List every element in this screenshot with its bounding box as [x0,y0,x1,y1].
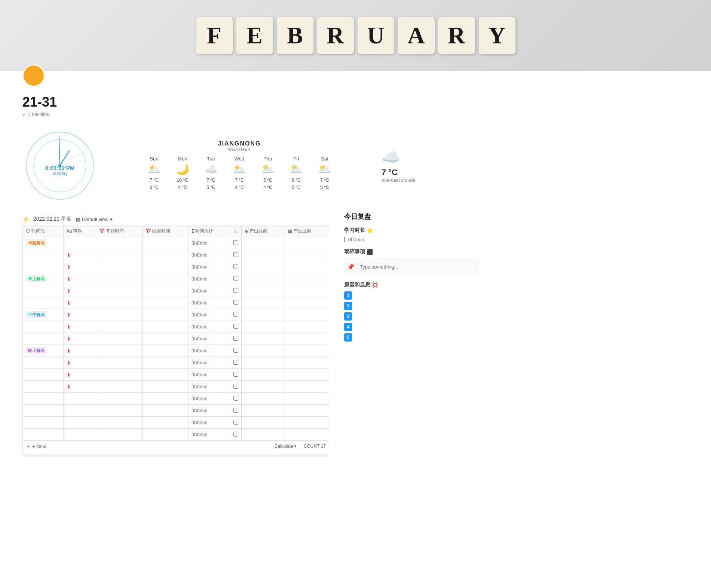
end-cell[interactable] [142,321,189,333]
end-cell[interactable] [142,417,189,429]
event-cell[interactable]: ⬇ [63,345,96,357]
event-cell[interactable] [63,405,96,417]
check-cell[interactable] [230,261,242,273]
check-cell[interactable] [230,405,242,417]
table-row[interactable]: ⬇ 0h0min [23,285,329,297]
check-cell[interactable] [230,321,242,333]
table-row[interactable]: ⬇ 0h0min [23,381,329,393]
start-cell[interactable] [96,249,142,261]
end-cell[interactable] [142,297,189,309]
check-cell[interactable] [230,393,242,405]
end-cell[interactable] [142,333,189,345]
event-cell[interactable]: ⬇ [63,297,96,309]
row-checkbox[interactable] [233,348,238,353]
check-cell[interactable] [230,417,242,429]
start-cell[interactable] [96,369,142,381]
event-cell[interactable]: ⬇ [63,321,96,333]
table-row[interactable]: 早起阶段 0h0min [23,237,329,249]
check-cell[interactable] [230,357,242,369]
row-checkbox[interactable] [233,432,238,437]
numbered-item-4[interactable]: 4 [344,323,352,331]
start-cell[interactable] [96,405,142,417]
table-row[interactable]: 0h0min [23,417,329,429]
end-cell[interactable] [142,405,189,417]
misc-input[interactable] [357,261,476,273]
event-cell[interactable]: ⬇ [63,381,96,393]
event-cell[interactable]: ⬇ [63,285,96,297]
check-cell[interactable] [230,237,242,249]
start-cell[interactable] [96,273,142,285]
row-checkbox[interactable] [233,336,238,341]
end-cell[interactable] [142,309,189,321]
start-cell[interactable] [96,297,142,309]
end-cell[interactable] [142,237,189,249]
event-cell[interactable]: ⬇ [63,333,96,345]
end-cell[interactable] [142,357,189,369]
start-cell[interactable] [96,309,142,321]
row-checkbox[interactable] [233,288,238,293]
row-checkbox[interactable] [233,384,238,389]
calculate-button[interactable]: Calculate ▾ [275,444,296,449]
end-cell[interactable] [142,393,189,405]
end-cell[interactable] [142,369,189,381]
event-cell[interactable]: ⬇ [63,369,96,381]
numbered-item-1[interactable]: 1 [344,291,352,300]
start-cell[interactable] [96,237,142,249]
table-row[interactable]: ⬇ 0h0min [23,321,329,333]
end-cell[interactable] [142,285,189,297]
start-cell[interactable] [96,285,142,297]
check-cell[interactable] [230,309,242,321]
event-cell[interactable]: ⬇ [63,261,96,273]
start-cell[interactable] [96,417,142,429]
check-cell[interactable] [230,381,242,393]
table-row[interactable]: 早上阶段 ⬇ 0h0min [23,273,329,285]
event-cell[interactable] [63,429,96,441]
row-checkbox[interactable] [233,324,238,329]
row-checkbox[interactable] [233,420,238,425]
start-cell[interactable] [96,261,142,273]
row-checkbox[interactable] [233,372,238,377]
start-cell[interactable] [96,345,142,357]
table-row[interactable]: 0h0min [23,405,329,417]
check-cell[interactable] [230,285,242,297]
row-checkbox[interactable] [233,312,238,317]
event-cell[interactable]: ⬇ [63,357,96,369]
end-cell[interactable] [142,381,189,393]
database-view-btn[interactable]: ▦ Default view ▾ [76,217,113,222]
table-row[interactable]: ⬇ 0h0min [23,261,329,273]
start-cell[interactable] [96,393,142,405]
start-cell[interactable] [96,429,142,441]
event-cell[interactable]: ⬇ [63,249,96,261]
row-checkbox[interactable] [233,396,238,401]
check-cell[interactable] [230,345,242,357]
new-button[interactable]: ＋ + New [26,443,46,450]
start-cell[interactable] [96,333,142,345]
end-cell[interactable] [142,273,189,285]
numbered-item-5[interactable]: 5 [344,333,352,342]
numbered-item-3[interactable]: 3 [344,312,352,321]
check-cell[interactable] [230,429,242,441]
start-cell[interactable] [96,321,142,333]
row-checkbox[interactable] [233,300,238,305]
table-row[interactable]: ⬇ 0h0min [23,369,329,381]
end-cell[interactable] [142,261,189,273]
table-row[interactable]: ⬇ 0h0min [23,297,329,309]
check-cell[interactable] [230,273,242,285]
backlink-text[interactable]: 1 backlink [28,111,49,117]
row-checkbox[interactable] [233,264,238,269]
end-cell[interactable] [142,249,189,261]
table-row[interactable]: ⬇ 0h0min [23,357,329,369]
row-checkbox[interactable] [233,240,238,245]
table-row[interactable]: 下午阶段 ⬇ 0h0min [23,309,329,321]
row-checkbox[interactable] [233,360,238,365]
numbered-item-2[interactable]: 2 [344,302,352,310]
event-cell[interactable]: ⬇ [63,273,96,285]
event-cell[interactable] [63,237,96,249]
check-cell[interactable] [230,249,242,261]
check-cell[interactable] [230,333,242,345]
row-checkbox[interactable] [233,408,238,413]
table-row[interactable]: 0h0min [23,429,329,441]
end-cell[interactable] [142,345,189,357]
check-cell[interactable] [230,297,242,309]
start-cell[interactable] [96,381,142,393]
